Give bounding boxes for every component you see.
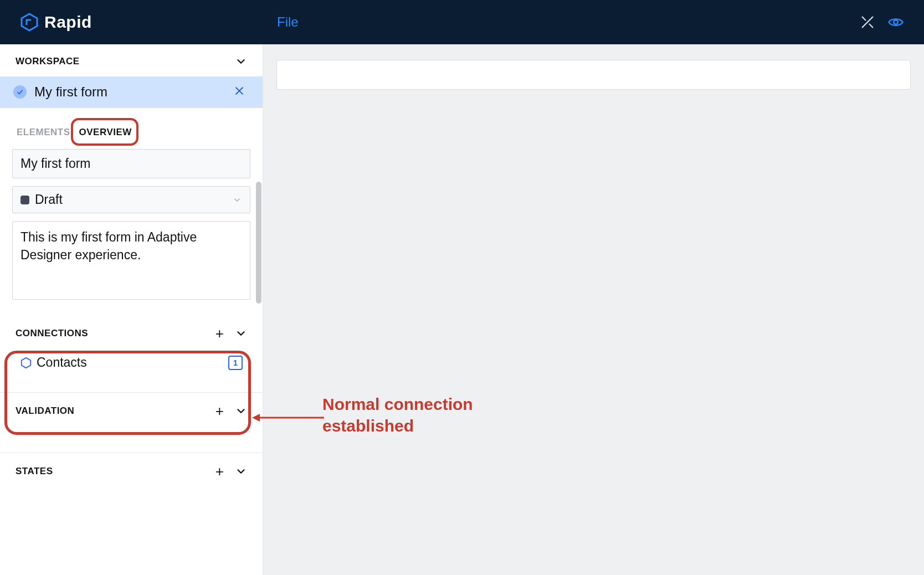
brand-name: Rapid	[44, 13, 92, 32]
workspace-title: WORKSPACE	[16, 56, 80, 67]
description-textarea[interactable]	[12, 221, 250, 300]
tab-elements[interactable]: ELEMENTS	[12, 124, 75, 141]
sidebar-scrollbar-thumb[interactable]	[256, 182, 261, 304]
dropdown-caret-icon	[232, 195, 242, 205]
tab-overview[interactable]: OVERVIEW	[75, 124, 136, 141]
annotation-line-1: Normal connection	[322, 393, 473, 415]
states-title: STATES	[16, 466, 53, 477]
states-header[interactable]: STATES +	[0, 453, 263, 487]
form-name-input[interactable]	[12, 149, 250, 178]
svg-marker-2	[22, 357, 31, 367]
status-dropdown[interactable]: Draft	[12, 186, 250, 213]
connection-item-label: Contacts	[37, 355, 87, 370]
close-icon[interactable]	[234, 84, 249, 100]
preview-eye-icon[interactable]	[887, 14, 904, 30]
chevron-down-icon[interactable]	[235, 465, 247, 478]
chevron-down-icon[interactable]	[235, 405, 247, 417]
connection-count-badge: 1	[228, 356, 243, 370]
connections-header[interactable]: CONNECTIONS +	[0, 322, 263, 350]
status-dot-icon	[20, 196, 29, 204]
chevron-down-icon[interactable]	[235, 327, 247, 340]
logo-hexagon-icon	[20, 13, 39, 32]
left-sidebar: WORKSPACE My first form ELEMENTS OVERVIE…	[0, 44, 263, 575]
annotation-text: Normal connection established	[322, 393, 473, 437]
canvas-area	[263, 44, 924, 575]
status-value: Draft	[35, 192, 63, 207]
check-badge-icon	[13, 85, 27, 99]
workspace-item-selected[interactable]: My first form	[0, 76, 263, 108]
validation-title: VALIDATION	[16, 405, 74, 417]
svg-point-1	[894, 20, 898, 24]
workspace-item-label: My first form	[34, 84, 107, 100]
tools-icon[interactable]	[860, 14, 875, 30]
brand-logo: Rapid	[20, 13, 92, 32]
validation-header[interactable]: VALIDATION +	[0, 393, 263, 427]
workspace-header[interactable]: WORKSPACE	[0, 44, 263, 76]
connections-title: CONNECTIONS	[16, 328, 88, 339]
top-bar: Rapid File	[0, 0, 924, 44]
connection-item-contacts[interactable]: Contacts 1	[0, 350, 263, 376]
sidebar-tabs: ELEMENTS OVERVIEW	[0, 108, 263, 149]
canvas-toolbar[interactable]	[276, 60, 911, 90]
menu-file[interactable]: File	[277, 14, 299, 30]
overview-form: Draft	[0, 149, 263, 302]
topbar-actions	[860, 14, 904, 30]
add-validation-icon[interactable]: +	[215, 404, 224, 418]
add-state-icon[interactable]: +	[215, 464, 224, 479]
svg-marker-0	[22, 14, 37, 30]
chevron-down-icon[interactable]	[235, 55, 247, 68]
annotation-line-2: established	[322, 415, 473, 437]
hexagon-icon	[20, 357, 32, 369]
add-connection-icon[interactable]: +	[215, 326, 224, 341]
